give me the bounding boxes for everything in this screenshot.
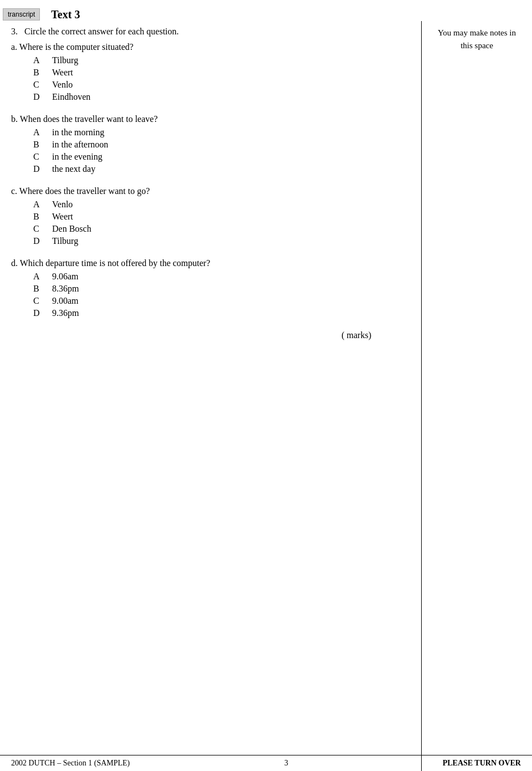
option-text-0-1: Weert <box>52 68 73 78</box>
option-letter-3-0: A <box>33 272 43 282</box>
option-item-2-2: CDen Bosch <box>33 224 405 234</box>
question-block: 3. Circle the correct answer for each qu… <box>11 27 405 340</box>
option-text-0-0: Tilburg <box>52 55 78 65</box>
option-text-2-1: Weert <box>52 212 73 222</box>
option-item-0-1: BWeert <box>33 68 405 78</box>
options-list-3: A9.06amB8.36pmC9.00amD9.36pm <box>11 272 405 318</box>
page-container: transcript Text 3 3. Circle the correct … <box>0 0 532 771</box>
footer-center: 3 <box>284 759 288 768</box>
option-letter-1-1: B <box>33 140 43 150</box>
sub-question-b: b. When does the traveller want to leave… <box>11 114 405 174</box>
option-text-2-2: Den Bosch <box>52 224 91 234</box>
option-letter-2-0: A <box>33 200 43 210</box>
sub-question-a: a. Where is the computer situated?ATilbu… <box>11 42 405 102</box>
option-text-3-1: 8.36pm <box>52 284 79 294</box>
option-item-3-3: D9.36pm <box>33 308 405 318</box>
sub-question-label-0: a. Where is the computer situated? <box>11 42 405 52</box>
notes-line2: this space <box>461 41 493 50</box>
option-text-0-2: Venlo <box>52 80 73 90</box>
footer: 2002 DUTCH – Section 1 (SAMPLE) 3 PLEASE… <box>0 755 532 771</box>
option-letter-0-1: B <box>33 68 43 78</box>
option-letter-3-3: D <box>33 308 43 318</box>
option-item-0-0: ATilburg <box>33 55 405 65</box>
option-letter-0-2: C <box>33 80 43 90</box>
option-text-1-2: in the evening <box>52 152 103 162</box>
question-number-label: 3. <box>11 27 18 36</box>
question-instruction: Circle the correct answer for each quest… <box>24 27 179 36</box>
options-list-0: ATilburgBWeertCVenloDEindhoven <box>11 55 405 102</box>
option-item-2-0: AVenlo <box>33 200 405 210</box>
marks-text: ( marks) <box>341 330 371 340</box>
notes-line1: You may make notes in <box>438 28 516 37</box>
option-item-2-1: BWeert <box>33 212 405 222</box>
option-letter-3-1: B <box>33 284 43 294</box>
notes-column: You may make notes in this space <box>421 21 532 771</box>
option-text-1-3: the next day <box>52 164 95 174</box>
option-letter-1-3: D <box>33 164 43 174</box>
marks-row: ( marks) <box>11 330 405 340</box>
option-item-0-3: DEindhoven <box>33 92 405 102</box>
option-letter-2-3: D <box>33 236 43 246</box>
main-layout: 3. Circle the correct answer for each qu… <box>0 21 532 771</box>
option-item-2-3: DTilburg <box>33 236 405 246</box>
option-item-1-2: Cin the evening <box>33 152 405 162</box>
option-letter-1-0: A <box>33 127 43 137</box>
option-letter-0-3: D <box>33 92 43 102</box>
option-item-1-0: Ain the morning <box>33 127 405 137</box>
option-item-0-2: CVenlo <box>33 80 405 90</box>
option-item-3-0: A9.06am <box>33 272 405 282</box>
header: transcript Text 3 <box>0 0 532 21</box>
option-text-0-3: Eindhoven <box>52 92 90 102</box>
option-text-1-0: in the morning <box>52 127 104 137</box>
option-text-1-1: in the afternoon <box>52 140 108 150</box>
sub-questions-container: a. Where is the computer situated?ATilbu… <box>11 42 405 318</box>
transcript-button[interactable]: transcript <box>3 8 40 21</box>
option-text-2-0: Venlo <box>52 200 73 210</box>
option-letter-3-2: C <box>33 296 43 306</box>
sub-question-label-2: c. Where does the traveller want to go? <box>11 186 405 196</box>
option-text-2-3: Tilburg <box>52 236 78 246</box>
option-text-3-2: 9.00am <box>52 296 79 306</box>
content-area: 3. Circle the correct answer for each qu… <box>0 21 421 771</box>
question-number: 3. Circle the correct answer for each qu… <box>11 27 405 37</box>
option-letter-1-2: C <box>33 152 43 162</box>
option-text-3-0: 9.06am <box>52 272 79 282</box>
options-list-2: AVenloBWeertCDen BoschDTilburg <box>11 200 405 246</box>
footer-right: PLEASE TURN OVER <box>443 759 521 768</box>
option-letter-2-2: C <box>33 224 43 234</box>
option-item-3-2: C9.00am <box>33 296 405 306</box>
footer-left: 2002 DUTCH – Section 1 (SAMPLE) <box>11 759 130 768</box>
option-item-1-3: Dthe next day <box>33 164 405 174</box>
option-text-3-3: 9.36pm <box>52 308 79 318</box>
sub-question-c: c. Where does the traveller want to go?A… <box>11 186 405 246</box>
sub-question-label-1: b. When does the traveller want to leave… <box>11 114 405 124</box>
sub-question-d: d. Which departure time is not offered b… <box>11 258 405 318</box>
option-letter-0-0: A <box>33 55 43 65</box>
option-letter-2-1: B <box>33 212 43 222</box>
text-title: Text 3 <box>51 8 80 21</box>
sub-question-label-3: d. Which departure time is not offered b… <box>11 258 405 268</box>
option-item-1-1: Bin the afternoon <box>33 140 405 150</box>
options-list-1: Ain the morningBin the afternoonCin the … <box>11 127 405 174</box>
option-item-3-1: B8.36pm <box>33 284 405 294</box>
